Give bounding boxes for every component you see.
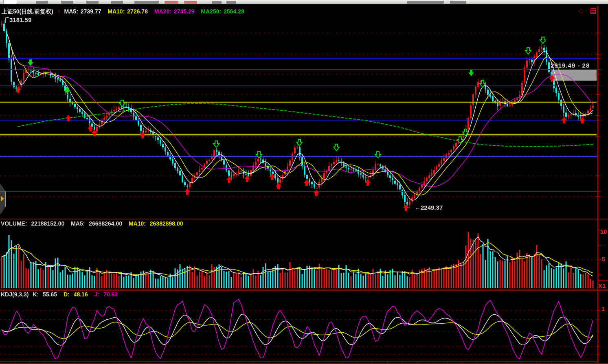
kdj-title: KDJ(9,3,3) bbox=[1, 291, 29, 298]
high-marker-icon bbox=[5, 18, 9, 23]
kdj-header: KDJ(9,3,3) K: 55.65 D: 48.16 J: 70.63 bbox=[1, 291, 123, 298]
expand-arrow-icon bbox=[1, 196, 4, 202]
left-arrow-icon: ← bbox=[415, 204, 421, 211]
volume-axis-mid-label: 5 bbox=[602, 256, 605, 263]
menu-highlight-item[interactable] bbox=[184, 1, 197, 4]
kdj-d-readout: D: 48.16 bbox=[64, 291, 90, 298]
volume-ma10-readout: MA10: 26382898.00 bbox=[129, 220, 186, 227]
ma250-readout: MA250:2564.28 bbox=[201, 8, 246, 15]
volume-header: VOLUME: 22188152.00 MA5: 26688264.00 MA1… bbox=[1, 220, 188, 227]
low-price-annotation: ←2249.37 bbox=[415, 204, 443, 211]
kdj-axis-top-label: 1 bbox=[601, 305, 605, 312]
volume-readout: VOLUME: 22188152.00 bbox=[1, 220, 67, 227]
trading-app-window: 上证50(日线.前复权) ↑ MA5:2739.77 MA10:2726.78 … bbox=[0, 0, 608, 364]
volume-ma5-readout: MA5: 26688264.00 bbox=[71, 220, 125, 227]
range-annotation: 2919.49 - 28 bbox=[551, 62, 590, 69]
symbol-title: 上证50(日线.前复权) bbox=[2, 8, 53, 15]
chart-canvas[interactable] bbox=[0, 0, 608, 364]
menu-bar[interactable] bbox=[0, 0, 608, 4]
menu-highlight-item[interactable] bbox=[165, 1, 178, 4]
volume-axis-top-label: 10 bbox=[600, 228, 607, 235]
main-chart-header: 上证50(日线.前复权) ↑ MA5:2739.77 MA10:2726.78 … bbox=[2, 8, 249, 15]
diamond-icon[interactable]: ◇ bbox=[578, 8, 584, 14]
kdj-j-readout: J: 70.63 bbox=[94, 291, 120, 298]
ma20-readout: MA20:2745.29 bbox=[154, 8, 197, 15]
ma10-readout: MA10:2726.78 bbox=[108, 8, 150, 15]
kdj-k-readout: K: 55.65 bbox=[33, 291, 59, 298]
volume-multiplier-label: X1 bbox=[598, 282, 606, 289]
high-price-annotation: 3181.59 bbox=[5, 16, 31, 23]
up-arrow-icon: ↑ bbox=[57, 8, 60, 15]
multi-window-icon[interactable] bbox=[590, 8, 597, 14]
ma5-readout: MA5:2739.77 bbox=[64, 8, 104, 15]
menu-input-chip[interactable] bbox=[3, 0, 17, 4]
